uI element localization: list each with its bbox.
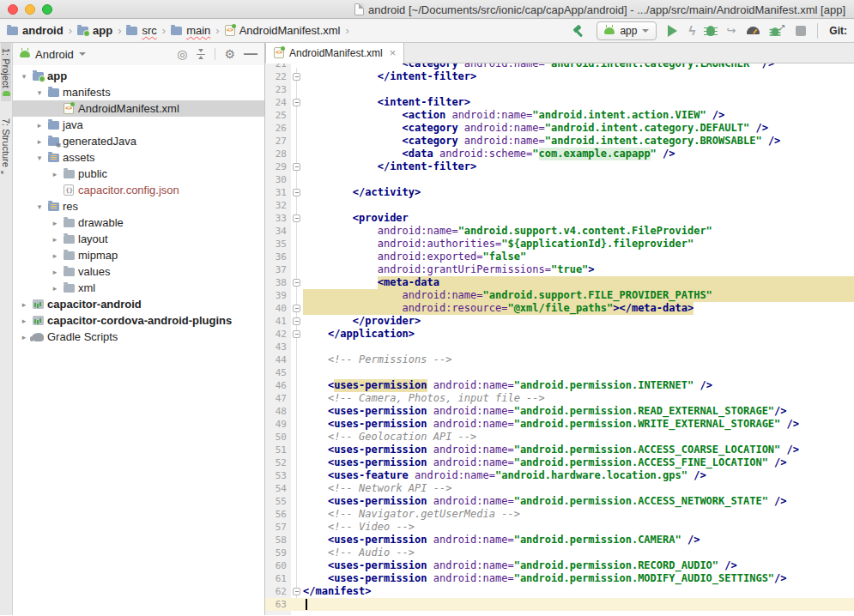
fold-marker-icon[interactable]	[293, 189, 300, 196]
code-line-57[interactable]: <!-- Video -->	[303, 521, 854, 534]
chevron-down-icon[interactable]	[79, 52, 86, 56]
code-line-38[interactable]: <meta-data	[303, 276, 854, 289]
code-line-52[interactable]: <uses-permission android:name="android.p…	[303, 456, 854, 469]
code-line-61[interactable]: <uses-permission android:name="android.p…	[303, 572, 854, 585]
breadcrumb-item-androidmanifest-xml[interactable]: AndroidManifest.xml	[225, 24, 341, 37]
code-line-48[interactable]: <uses-permission android:name="android.p…	[303, 405, 854, 418]
tree-expand-arrow-icon[interactable]: ▾	[33, 88, 45, 97]
code-line-49[interactable]: <uses-permission android:name="android.p…	[303, 418, 854, 431]
tree-item-layout[interactable]: ▸layout	[13, 231, 264, 247]
code-line-24[interactable]: <intent-filter>	[303, 96, 854, 109]
tree-item-manifests[interactable]: ▾manifests	[13, 84, 264, 100]
run-button[interactable]	[668, 25, 677, 37]
code-line-50[interactable]: <!-- Geolocation API -->	[303, 431, 854, 444]
code-line-63[interactable]	[303, 598, 854, 611]
apply-changes-icon[interactable]: ϟ	[688, 25, 695, 37]
code-line-54[interactable]: <!-- Network API -->	[303, 482, 854, 495]
tree-expand-arrow-icon[interactable]: ▸	[49, 268, 61, 276]
code-line-33[interactable]: <provider	[303, 212, 854, 225]
code-line-39[interactable]: android:name="android.support.FILE_PROVI…	[303, 289, 854, 302]
debug-button[interactable]	[706, 26, 715, 36]
fold-marker-icon[interactable]	[293, 73, 300, 81]
tree-expand-arrow-icon[interactable]: ▸	[33, 121, 45, 130]
hide-panel-icon[interactable]: —	[244, 46, 257, 62]
close-window-button[interactable]	[8, 4, 18, 15]
code-line-55[interactable]: <uses-permission android:name="android.p…	[303, 495, 854, 508]
code-line-62[interactable]: </manifest>	[303, 585, 854, 598]
code-line-28[interactable]: <data android:scheme="com.example.capapp…	[303, 148, 854, 160]
fold-marker-icon[interactable]	[293, 305, 300, 312]
tree-item-capacitor-cordova-android-plugins[interactable]: ▸capacitor-cordova-android-plugins	[13, 312, 264, 329]
code-line-23[interactable]	[303, 83, 854, 96]
code-line-34[interactable]: android:name="android.support.v4.content…	[303, 225, 854, 238]
tree-expand-arrow-icon[interactable]: ▸	[18, 333, 30, 341]
code-line-56[interactable]: <!-- Navigator.getUserMedia -->	[303, 508, 854, 521]
tree-expand-arrow-icon[interactable]: ▸	[49, 235, 61, 244]
fold-marker-icon[interactable]	[293, 330, 300, 338]
tree-item-app[interactable]: ▾app	[13, 68, 264, 84]
attach-profiler-icon[interactable]	[771, 25, 784, 37]
code-line-58[interactable]: <uses-permission android:name="android.p…	[303, 534, 854, 547]
tree-item-generatedjava[interactable]: ▸generatedJava	[13, 133, 264, 149]
tree-expand-arrow-icon[interactable]: ▸	[49, 219, 61, 227]
code-line-29[interactable]: </intent-filter>	[303, 160, 854, 173]
breadcrumb-item-main[interactable]: main	[171, 24, 210, 37]
tree-item-gradle-scripts[interactable]: ▸Gradle Scripts	[13, 329, 264, 345]
code-line-53[interactable]: <uses-feature android:name="android.hard…	[303, 469, 854, 482]
close-icon[interactable]: ×	[390, 48, 397, 58]
breadcrumb-item-android[interactable]: android	[7, 24, 64, 37]
tree-expand-arrow-icon[interactable]: ▾	[18, 72, 30, 81]
code-line-40[interactable]: android:resource="@xml/file_paths"></met…	[303, 302, 854, 315]
code-line-47[interactable]: <!-- Camera, Photos, input file -->	[303, 392, 854, 405]
code-line-36[interactable]: android:exported="false"	[303, 251, 854, 263]
code-line-41[interactable]: </provider>	[303, 315, 854, 328]
fold-marker-icon[interactable]	[293, 214, 300, 222]
code-line-51[interactable]: <uses-permission android:name="android.p…	[303, 444, 854, 456]
collapse-all-icon[interactable]	[196, 49, 206, 59]
breadcrumb-item-app[interactable]: app	[77, 24, 112, 37]
code-line-37[interactable]: android:grantUriPermissions="true">	[303, 263, 854, 276]
structure-tool-button[interactable]: 7: Structure	[1, 113, 11, 182]
code-line-43[interactable]	[303, 341, 854, 353]
run-configuration-dropdown[interactable]: app	[597, 21, 657, 40]
fold-marker-icon[interactable]	[293, 317, 300, 325]
tree-item-androidmanifest-xml[interactable]: AndroidManifest.xml	[13, 100, 264, 117]
breadcrumb-item-src[interactable]: src	[126, 24, 156, 37]
fold-marker-icon[interactable]	[293, 279, 300, 287]
tree-item-values[interactable]: ▸values	[13, 263, 264, 280]
tree-expand-arrow-icon[interactable]: ▸	[49, 251, 61, 260]
code-line-60[interactable]: <uses-permission android:name="android.p…	[303, 559, 854, 572]
tree-item-public[interactable]: ▸public	[13, 166, 264, 182]
tab-androidmanifest[interactable]: AndroidManifest.xml ×	[265, 43, 404, 63]
tree-expand-arrow-icon[interactable]: ▾	[33, 202, 45, 211]
code-line-45[interactable]	[303, 366, 854, 379]
code-line-46[interactable]: <uses-permission android:name="android.p…	[303, 379, 854, 392]
code-line-42[interactable]: </application>	[303, 328, 854, 341]
minimize-window-button[interactable]	[25, 4, 35, 15]
project-view-selector[interactable]: Android	[35, 48, 74, 61]
tree-item-capacitor-android[interactable]: ▸capacitor-android	[13, 296, 264, 312]
tree-expand-arrow-icon[interactable]: ▾	[33, 154, 45, 162]
tree-item-xml[interactable]: ▸xml	[13, 280, 264, 296]
code-line-21[interactable]: <category android:name="android.intent.c…	[303, 63, 854, 70]
code-line-26[interactable]: <category android:name="android.intent.c…	[303, 122, 854, 135]
tree-expand-arrow-icon[interactable]: ▸	[49, 284, 61, 293]
code-line-32[interactable]	[303, 199, 854, 212]
fold-marker-icon[interactable]	[293, 163, 300, 171]
code-line-27[interactable]: <category android:name="android.intent.c…	[303, 135, 854, 148]
gear-icon[interactable]: ⚙	[224, 48, 235, 60]
attach-debugger-icon[interactable]: ↪	[726, 25, 736, 37]
locate-file-icon[interactable]: ◎	[177, 48, 187, 60]
code-line-35[interactable]: android:authorities="${applicationId}.fi…	[303, 238, 854, 251]
tree-expand-arrow-icon[interactable]: ▸	[49, 170, 61, 178]
tree-expand-arrow-icon[interactable]: ▸	[18, 300, 30, 309]
tree-item-assets[interactable]: ▾assets	[13, 149, 264, 166]
code-line-31[interactable]: </activity>	[303, 186, 854, 199]
project-tool-button[interactable]: 1: Project	[1, 43, 11, 101]
tree-item-res[interactable]: ▾res	[13, 198, 264, 214]
code-area[interactable]: <category android:name="android.intent.c…	[303, 63, 854, 611]
tree-item-capacitor-config-json[interactable]: capacitor.config.json	[13, 182, 264, 198]
profiler-icon[interactable]	[747, 27, 760, 34]
tree-item-mipmap[interactable]: ▸mipmap	[13, 247, 264, 263]
tree-expand-arrow-icon[interactable]: ▸	[33, 137, 45, 146]
